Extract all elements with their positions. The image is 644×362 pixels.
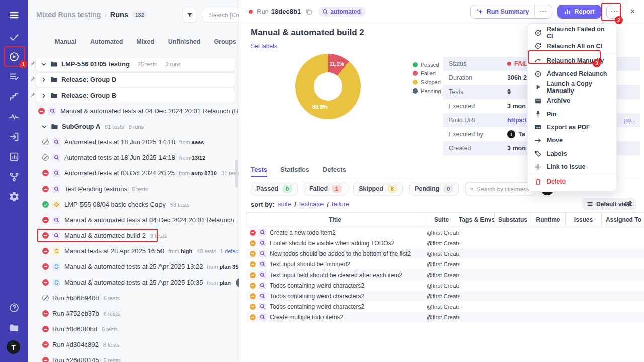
filter-chip-failed[interactable]: Failed1 xyxy=(304,182,347,196)
activity-icon[interactable] xyxy=(9,111,20,122)
column-header-runtime[interactable]: Runtime xyxy=(531,213,566,227)
steps-icon[interactable] xyxy=(9,91,20,102)
run-row[interactable]: Manual & automated tests at 04 Dec 2024 … xyxy=(28,212,239,228)
projects-folder-icon[interactable] xyxy=(9,322,20,333)
menu-item-launch-a-copy-manually[interactable]: Launch a Copy Manually xyxy=(528,81,616,94)
run-row[interactable]: Manual & automated tests at 25 Apr 2025 … xyxy=(28,259,239,275)
bar-chart-icon[interactable] xyxy=(9,151,20,162)
sign-in-icon[interactable] xyxy=(9,131,20,142)
run-group-row[interactable]: LMP-556 01/05 testing25 tests3 runs xyxy=(28,56,239,72)
run-subgroup-row[interactable]: SubGroup A61 tests8 runs xyxy=(28,119,239,134)
run-summary-button[interactable]: Run Summary ··· xyxy=(470,5,553,19)
runs-filter-tab-automated[interactable]: Automated xyxy=(90,38,123,45)
menu-item-relaunch-failed-on-ci[interactable]: Relaunch Failed on CI xyxy=(528,26,616,39)
menu-item-relaunch-all-on-ci[interactable]: Relaunch All on CI xyxy=(528,39,616,52)
run-row[interactable]: Run #d304c8928 tests xyxy=(28,337,239,352)
menu-item-advanced-relaunch[interactable]: Advanced Relaunch xyxy=(528,67,616,80)
menu-item-relaunch-manually[interactable]: Relaunch Manually xyxy=(528,54,616,67)
chevron-down-icon[interactable] xyxy=(41,61,47,67)
menu-item-link-to-issue[interactable]: Link to Issue xyxy=(528,160,616,173)
build-url-fragment[interactable]: po... xyxy=(624,117,636,124)
help-icon[interactable] xyxy=(9,302,20,313)
run-row[interactable]: Automated tests at 03 Oct 2024 20:25from… xyxy=(28,165,239,181)
copy-icon[interactable] xyxy=(305,8,312,15)
more-actions-button[interactable]: ··· xyxy=(606,5,623,19)
test-row[interactable]: Create a new todo item2@first Create ... xyxy=(246,227,644,238)
menu-item-export-as-pdf[interactable]: PDFExport as PDF xyxy=(528,121,616,134)
test-row[interactable]: Text input field should be cleared after… xyxy=(246,269,644,280)
view-settings-icon[interactable] xyxy=(625,200,633,208)
detail-value[interactable]: https:// xyxy=(507,117,528,124)
sort-by-failure[interactable]: failure xyxy=(332,200,349,208)
runs-filter-tab-groups[interactable]: Groups xyxy=(214,38,236,45)
branch-icon[interactable] xyxy=(9,171,20,183)
run-row[interactable]: Run #752eb37b6 tests xyxy=(28,306,239,321)
run-group-row[interactable]: Release: Group D xyxy=(28,72,239,87)
tab-tests[interactable]: Tests xyxy=(251,166,267,177)
run-row[interactable]: Manual tests at 28 Apr 2025 16:50from hi… xyxy=(28,243,239,259)
run-row[interactable]: Run #0d63f0bd6 tests xyxy=(28,321,239,337)
run-row[interactable]: Manual & automated tests at 04 Dec 2024 … xyxy=(28,103,239,119)
test-row[interactable]: Todos containing weird characters2@first… xyxy=(246,280,644,291)
chevron-right-icon[interactable] xyxy=(41,77,47,83)
menu-icon[interactable] xyxy=(9,10,20,21)
run-row[interactable]: Automated tests at 18 Jun 2025 14:18from… xyxy=(28,134,239,150)
runs-filter-tab-mixed[interactable]: Mixed xyxy=(136,38,154,45)
runs-search-input[interactable] xyxy=(209,12,239,19)
run-row[interactable]: LMP-555 08/04 basic checks Copy53 tests xyxy=(28,197,239,212)
run-from: from plan 35 xyxy=(207,264,238,270)
column-header-tags-envs[interactable]: Tags & Envs xyxy=(459,213,495,227)
run-row[interactable]: Manual & automated build 29 tests xyxy=(28,228,239,243)
filter-chip-passed[interactable]: Passed0 xyxy=(251,182,298,196)
play-circle-icon[interactable] xyxy=(9,51,20,62)
chevron-right-icon[interactable] xyxy=(41,93,47,99)
tab-statistics[interactable]: Statistics xyxy=(280,166,309,177)
report-button[interactable]: Report xyxy=(557,5,601,19)
menu-item-pin[interactable]: Pin xyxy=(528,107,616,120)
check-icon[interactable] xyxy=(9,32,20,43)
menu-item-labels[interactable]: Labels xyxy=(528,147,616,160)
list-check-icon[interactable] xyxy=(9,71,20,82)
close-run-button[interactable]: × xyxy=(630,7,635,16)
column-header-title[interactable]: Title xyxy=(246,213,424,227)
test-row[interactable]: New todos should be added to the bottom … xyxy=(246,248,644,259)
run-row[interactable]: Manual & automated tests at 25 Apr 2025 … xyxy=(28,275,239,290)
sort-by-suite[interactable]: suite xyxy=(278,200,291,208)
test-row[interactable]: Text input should be trimmed2@first Crea… xyxy=(246,259,644,269)
runs-filter-tab-manual[interactable]: Manual xyxy=(55,38,76,45)
sort-by-testcase[interactable]: testcase xyxy=(299,200,324,208)
run-row[interactable]: Run #b86b940d6 tests xyxy=(28,290,239,306)
tests-search[interactable] xyxy=(465,182,536,196)
menu-item-archive[interactable]: Archive xyxy=(528,94,616,107)
menu-item-delete[interactable]: Delete xyxy=(528,175,616,188)
test-row[interactable]: Todos containing weird characters2@first… xyxy=(246,291,644,301)
filter-chip-pending[interactable]: Pending0 xyxy=(409,182,459,196)
run-summary-more-button[interactable]: ··· xyxy=(534,5,552,18)
gear-icon[interactable] xyxy=(9,191,20,202)
filter-chip-skipped[interactable]: Skipped8 xyxy=(353,182,403,196)
menu-item-move[interactable]: Move xyxy=(528,134,616,147)
runs-list-scrollbar[interactable] xyxy=(235,160,238,187)
breadcrumb-project[interactable]: Mixed Runs testing xyxy=(36,11,101,19)
tab-defects[interactable]: Defects xyxy=(323,166,346,177)
column-header-substatus[interactable]: Substatus xyxy=(495,213,531,227)
chevron-down-icon[interactable] xyxy=(41,124,47,130)
filter-button[interactable] xyxy=(182,8,197,23)
column-header-issues[interactable]: Issues xyxy=(566,213,602,227)
runs-search[interactable] xyxy=(202,8,239,23)
tests-search-input[interactable] xyxy=(477,186,531,192)
set-labels-link[interactable]: Set labels xyxy=(251,43,277,50)
run-row[interactable]: Test Pending testruns5 tests xyxy=(28,181,239,197)
folder-icon xyxy=(50,92,58,99)
user-avatar[interactable]: T xyxy=(7,340,20,354)
run-row[interactable]: Run #26d301455 tests xyxy=(28,352,239,362)
column-header-assigned-to[interactable]: Assigned To xyxy=(602,213,644,227)
run-group-row[interactable]: Release: Group B xyxy=(28,87,239,103)
test-row[interactable]: Todos containing weird characters2@first… xyxy=(246,301,644,312)
run-row[interactable]: Automated tests at 18 Jun 2025 14:18from… xyxy=(28,150,239,165)
test-row[interactable]: Footer should be visible when adding TOD… xyxy=(246,238,644,248)
test-row[interactable]: Create multiple todo items2@first Create… xyxy=(246,312,644,322)
column-header-suite[interactable]: Suite xyxy=(424,213,459,227)
run-defects-count[interactable]: 1 defects xyxy=(220,248,239,254)
runs-filter-tab-unfinished[interactable]: Unfinished xyxy=(168,38,201,45)
